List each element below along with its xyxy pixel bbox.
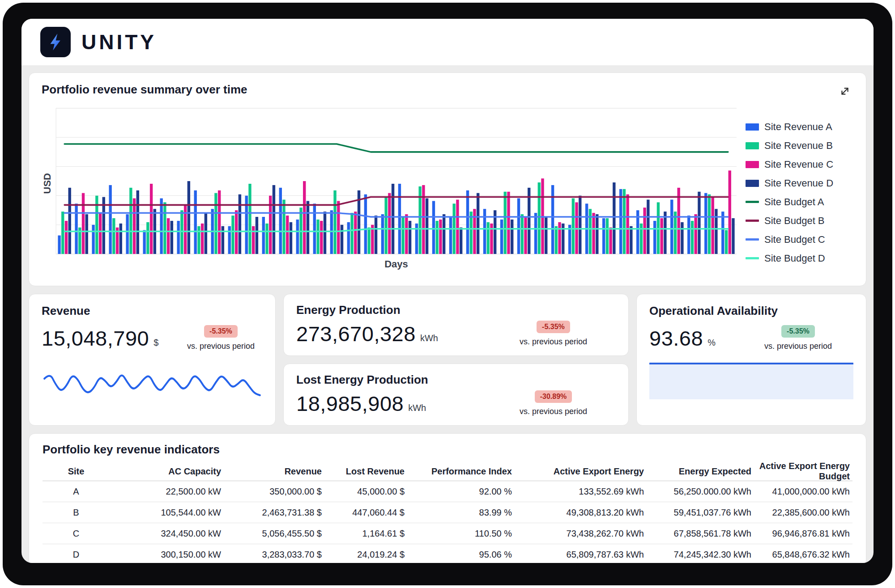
energy-production-delta-badge: -5.35%: [537, 321, 570, 333]
legend-line-swatch: [746, 220, 759, 222]
app-window: UNITY Portfolio revenue summary over tim…: [21, 19, 874, 563]
table-header-cell: Revenue: [224, 462, 324, 481]
table-header-cell: Site: [43, 462, 110, 481]
legend-item-site-budget-c[interactable]: Site Budget C: [746, 234, 853, 245]
table-cell: 74,245,342.30 kWh: [647, 544, 754, 563]
indicators-table: SiteAC CapacityRevenueLost RevenuePerfor…: [43, 462, 852, 563]
revenue-bar-chart: [53, 104, 739, 256]
table-row: A22,500.00 kW350,000.00 $45,000.00 $92.0…: [43, 481, 852, 502]
table-cell: 24,019.24 $: [324, 544, 407, 563]
table-cell: 83.99 %: [407, 502, 515, 523]
table-cell: 324,450.00 kW: [110, 523, 224, 544]
table-cell-site: C: [43, 523, 110, 544]
legend-label: Site Budget D: [764, 253, 825, 264]
lost-energy-production-unit: kWh: [408, 403, 426, 413]
chart-body: USD Days Site Revenue ASite Revenue BSit…: [42, 104, 853, 281]
revenue-chart-svg: [53, 104, 739, 256]
lost-energy-production-value: 18,985,908: [296, 391, 404, 416]
table-cell: 5,056,455.50 $: [224, 523, 324, 544]
legend-bar-swatch: [746, 123, 759, 131]
brand-name: UNITY: [81, 30, 157, 54]
legend-label: Site Budget A: [764, 196, 824, 208]
legend-item-site-revenue-b[interactable]: Site Revenue B: [746, 140, 853, 152]
legend-line-swatch: [746, 257, 759, 259]
revenue-value: 15,048,790: [42, 326, 149, 351]
table-cell: 96,946,876.81 kWh: [754, 523, 852, 544]
revenue-card: Revenue 15,048,790 $ -5.35% vs. previous…: [29, 294, 276, 426]
device-frame: UNITY Portfolio revenue summary over tim…: [3, 3, 892, 585]
operational-availability-card: Operational Availability 93.68 % -5.35% …: [636, 294, 866, 426]
table-cell: 300,150.00 kW: [110, 544, 224, 563]
key-indicators-card: Portfolio key revenue indicators SiteAC …: [29, 433, 866, 563]
operational-availability-kpi-line: 93.68 % -5.35% vs. previous period: [649, 325, 853, 351]
table-cell: 49,308,813.20 kWh: [515, 502, 647, 523]
table-cell: 41,000,000.00 kWh: [754, 481, 852, 502]
energy-production-card: Energy Production 273,670,328 kWh -5.35%…: [283, 294, 629, 356]
kpi-middle-column: Energy Production 273,670,328 kWh -5.35%…: [283, 294, 629, 426]
table-cell: 133,552.69 kWh: [515, 481, 647, 502]
table-header-cell: Active Export Energy: [515, 462, 647, 481]
table-cell: 22,500.00 kW: [110, 481, 224, 502]
operational-availability-delta-badge: -5.35%: [781, 325, 815, 338]
table-cell: 65,809,787.63 kWh: [515, 544, 647, 563]
lost-energy-production-kpi-line: 18,985,908 kWh -30.89% vs. previous peri…: [296, 390, 616, 416]
legend-line-swatch: [746, 201, 759, 203]
revenue-delta-caption: vs. previous period: [187, 342, 255, 351]
table-row: C324,450.00 kW5,056,455.50 $1,164.61 $11…: [43, 523, 852, 544]
table-title: Portfolio key revenue indicators: [43, 443, 852, 457]
table-cell: 447,060.44 $: [324, 502, 407, 523]
lost-energy-production-card: Lost Energy Production 18,985,908 kWh -3…: [283, 364, 629, 426]
energy-production-title: Energy Production: [296, 303, 616, 317]
dashboard-content: Portfolio revenue summary over time USD: [21, 65, 874, 563]
table-cell: 65,848,676.32 kWh: [754, 544, 852, 563]
table-cell-site: A: [43, 481, 110, 502]
chart-title: Portfolio revenue summary over time: [42, 83, 247, 97]
legend-item-site-revenue-a[interactable]: Site Revenue A: [746, 121, 853, 133]
revenue-sparkline-svg: [42, 358, 263, 402]
legend-bar-swatch: [746, 142, 759, 149]
expand-icon: [838, 85, 852, 98]
table-header-cell: Performance Index: [407, 462, 515, 481]
expand-chart-button[interactable]: [836, 83, 853, 101]
table-cell: 350,000.00 $: [224, 481, 324, 502]
legend-label: Site Revenue D: [764, 178, 833, 189]
availability-area-chart: [649, 363, 853, 399]
revenue-kpi-line: 15,048,790 $ -5.35% vs. previous period: [42, 325, 263, 351]
table-cell-site: B: [43, 502, 110, 523]
legend-label: Site Revenue C: [764, 159, 833, 170]
legend-label: Site Budget C: [764, 234, 825, 245]
legend-item-site-budget-b[interactable]: Site Budget B: [746, 215, 853, 227]
table-cell: 92.00 %: [407, 481, 515, 502]
revenue-unit: $: [153, 338, 158, 348]
table-header-cell: Energy Expected: [647, 462, 754, 481]
app-header: UNITY: [21, 19, 874, 65]
legend-item-site-budget-a[interactable]: Site Budget A: [746, 196, 853, 208]
table-header-row: SiteAC CapacityRevenueLost RevenuePerfor…: [43, 462, 852, 481]
legend-label: Site Budget B: [764, 215, 825, 227]
legend-item-site-revenue-c[interactable]: Site Revenue C: [746, 159, 853, 170]
table-cell: 110.50 %: [407, 523, 515, 544]
lost-energy-production-delta-caption: vs. previous period: [520, 407, 587, 416]
unity-logo: [40, 27, 71, 57]
legend-item-site-revenue-d[interactable]: Site Revenue D: [746, 178, 853, 189]
legend-item-site-budget-d[interactable]: Site Budget D: [746, 253, 853, 264]
energy-production-value: 273,670,328: [296, 321, 416, 346]
table-cell: 45,000.00 $: [324, 481, 407, 502]
kpi-row: Revenue 15,048,790 $ -5.35% vs. previous…: [29, 294, 866, 426]
legend-line-swatch: [746, 238, 759, 241]
table-cell: 67,858,561.78 kWh: [647, 523, 754, 544]
operational-availability-title: Operational Availability: [649, 304, 853, 318]
table-cell: 22,385,600.00 kWh: [754, 502, 852, 523]
table-cell: 2,463,731.38 $: [224, 502, 324, 523]
lost-energy-production-title: Lost Energy Production: [296, 373, 616, 387]
revenue-sparkline: [42, 358, 263, 402]
energy-production-delta-caption: vs. previous period: [520, 337, 587, 347]
legend-bar-swatch: [746, 161, 759, 168]
y-axis-label: USD: [42, 173, 53, 194]
table-header-cell: Active Export Energy Budget: [754, 462, 852, 481]
table-cell: 56,250.000.00 kWh: [647, 481, 754, 502]
table-cell: 59,451,037.76 kWh: [647, 502, 754, 523]
energy-production-kpi-line: 273,670,328 kWh -5.35% vs. previous peri…: [296, 321, 616, 347]
operational-availability-delta-caption: vs. previous period: [764, 342, 832, 351]
x-axis-label: Days: [53, 258, 739, 270]
